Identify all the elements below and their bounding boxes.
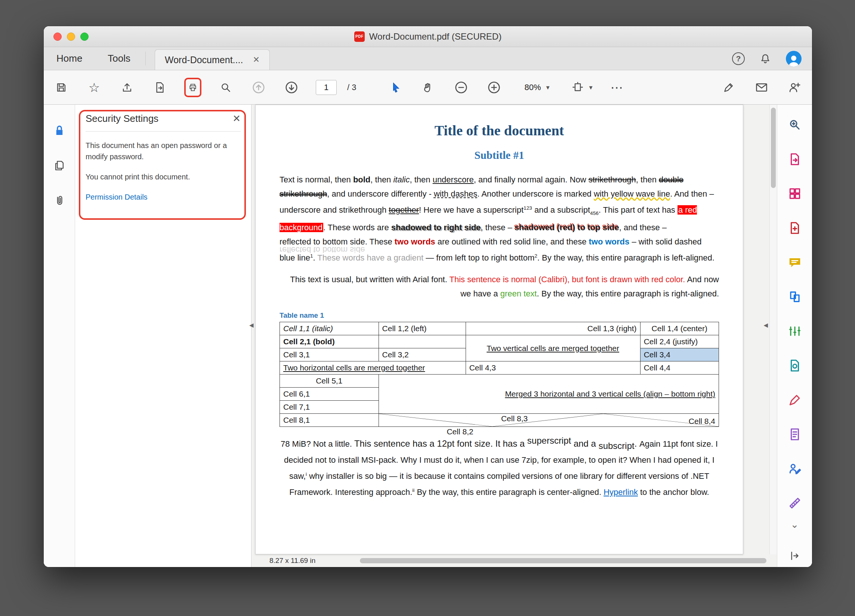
horizontal-scrollbar[interactable] (360, 558, 766, 563)
text: — from left top to right bottom (423, 253, 535, 262)
document-table: Cell 1,1 (italic) Cell 1,2 (left) Cell 1… (279, 322, 719, 427)
bell-icon (759, 52, 772, 65)
export-file-button[interactable] (151, 78, 169, 97)
fountain-pen-icon (722, 81, 735, 94)
document-title: Title of the document (279, 122, 719, 139)
fullscreen-window-button[interactable] (80, 32, 89, 41)
expand-tools-pane-button[interactable] (786, 547, 804, 565)
hyperlink[interactable]: Hyperlink (604, 487, 638, 497)
text: , these – (481, 223, 515, 232)
tab-bar: Home Tools Word-Document.... ✕ ? (44, 47, 812, 70)
comment-button[interactable] (786, 253, 804, 271)
table-cell: Cell 8,1 (280, 414, 379, 427)
table-cell-label: Cell 8,2 (447, 427, 473, 436)
tab-document[interactable]: Word-Document.... ✕ (155, 49, 270, 70)
minimize-window-button[interactable] (67, 32, 75, 41)
notifications-button[interactable] (757, 49, 774, 68)
collapse-right-pane-handle[interactable]: ◀ (763, 322, 768, 329)
permission-details-link[interactable]: Permission Details (86, 193, 148, 201)
zoom-level-select[interactable]: 80% ▾ (524, 83, 549, 92)
left-sidebar (44, 105, 75, 567)
save-button[interactable] (53, 78, 70, 97)
create-pdf-button[interactable] (786, 219, 804, 237)
tab-home[interactable]: Home (44, 47, 95, 70)
page-thumbnails-tab[interactable] (50, 156, 69, 175)
paperclip-icon (53, 195, 66, 207)
share-email-button[interactable] (753, 78, 770, 97)
zoom-in-button[interactable] (486, 78, 503, 97)
export-pdf-button[interactable] (786, 150, 804, 168)
yellow-wavy-underline-text: with yellow wave line (594, 189, 670, 198)
vertical-scrollbar-thumb[interactable] (771, 108, 776, 188)
underline-text: underscore (433, 175, 474, 184)
share-people-button[interactable] (786, 78, 803, 97)
panel-header: Security Settings ✕ (86, 113, 241, 132)
more-tools-button[interactable]: ⋯ (608, 78, 625, 97)
security-settings-panel: Security Settings ✕ This document has an… (75, 105, 251, 567)
toolbar: ☆ (44, 70, 812, 105)
upload-share-button[interactable] (118, 78, 136, 97)
favorite-button[interactable]: ☆ (86, 78, 103, 97)
text: and a subscript (532, 205, 590, 215)
text: . By the way, this entire paragraph is l… (537, 253, 714, 262)
fill-and-sign-button[interactable] (786, 391, 804, 409)
account-avatar[interactable] (786, 51, 801, 66)
previous-page-button[interactable] (250, 78, 267, 97)
tab-tools[interactable]: Tools (95, 47, 143, 70)
measure-button[interactable] (786, 494, 804, 512)
text: . (313, 253, 318, 262)
request-signatures-button[interactable] (786, 460, 804, 478)
vertical-scrollbar[interactable] (769, 105, 777, 554)
combine-files-button[interactable] (786, 288, 804, 306)
security-settings-tab[interactable] (50, 121, 69, 140)
zoom-tools-button[interactable] (786, 116, 804, 134)
person-icon (786, 52, 801, 66)
close-window-button[interactable] (54, 32, 62, 41)
tab-close-icon[interactable]: ✕ (253, 55, 259, 65)
table-cell-empty (379, 335, 466, 348)
comment-icon (788, 255, 802, 270)
text: 78 MiB? Not a little. (280, 439, 354, 449)
table-cell: Cell 6,1 (280, 388, 379, 401)
zoom-out-button[interactable] (452, 78, 470, 97)
table-cell: Cell 4,4 (640, 362, 719, 374)
lock-icon (53, 124, 66, 137)
italic-text: italic (393, 175, 409, 184)
edit-pdf-icon (788, 324, 802, 338)
select-tool-button[interactable] (387, 78, 404, 97)
pdf-file-icon: PDF (354, 31, 365, 42)
horizontal-scrollbar-thumb[interactable] (360, 558, 766, 563)
collapse-left-pane-handle[interactable]: ◀ (249, 322, 254, 329)
reflected-text-wrap: reflected to bottom sidereflected to bot… (279, 235, 365, 249)
zoom-level-value: 80% (524, 83, 541, 92)
fit-width-icon (572, 81, 584, 94)
search-icon (219, 81, 232, 94)
security-message: This document has an open password or a … (86, 140, 241, 162)
blue-outlined-text: two words (588, 237, 629, 246)
fit-width-select[interactable]: ▾ (572, 81, 593, 94)
search-button[interactable] (217, 78, 234, 97)
text: , and underscore differently - (327, 189, 434, 198)
more-tools-icon (788, 427, 802, 441)
help-button[interactable]: ? (732, 52, 745, 65)
table-row: Cell 5,1 Merged 3 horizontal and 3 verti… (280, 374, 719, 388)
table-cell: Cell 1,3 (right) (466, 322, 640, 335)
tools-pane: ⌄ (777, 105, 812, 567)
tools-scroll-chevron[interactable]: ⌄ (791, 519, 799, 530)
hand-tool-button[interactable] (420, 78, 437, 97)
table-cell-highlighted: Cell 3,4 (640, 348, 719, 362)
attachments-tab[interactable] (50, 192, 69, 210)
protect-pdf-button[interactable] (786, 357, 804, 374)
table-row: Cell 8,1 Cell 8,3 Cell 8,2 Cell 8,4 (280, 414, 719, 427)
page-number-input[interactable] (316, 80, 337, 95)
table-row: Two horizontal cells are merged together… (280, 362, 719, 374)
organize-pages-button[interactable] (786, 185, 804, 202)
panel-close-icon[interactable]: ✕ (233, 113, 241, 124)
sign-pen-button[interactable] (720, 78, 737, 97)
document-viewer: ◀ ◀ Title of the document Subtitle #1 Te… (251, 105, 777, 567)
next-page-button[interactable] (283, 78, 300, 97)
edit-pdf-button[interactable] (786, 322, 804, 340)
print-button[interactable] (184, 78, 201, 97)
more-tools-button-pane[interactable] (786, 425, 804, 443)
minus-circle-icon (454, 80, 468, 95)
